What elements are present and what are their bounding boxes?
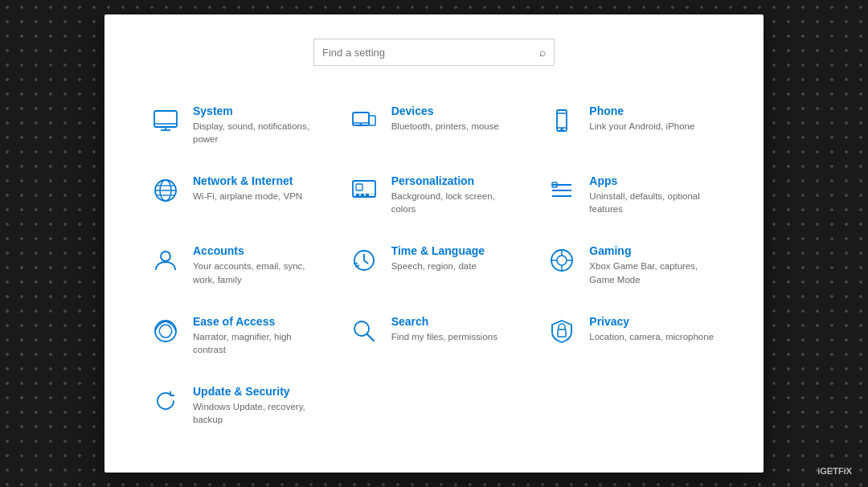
svg-point-27 xyxy=(161,252,170,261)
settings-subtitle-privacy: Location, camera, microphone xyxy=(589,330,714,343)
svg-line-39 xyxy=(367,334,374,341)
settings-title-system: System xyxy=(193,104,322,117)
settings-text-personalization: Personalization Background, lock screen,… xyxy=(391,174,521,215)
settings-subtitle-network: Wi-Fi, airplane mode, VPN xyxy=(193,190,302,203)
settings-window: ⌕ System Display, sound, notifications, … xyxy=(104,14,764,473)
svg-point-37 xyxy=(155,321,176,342)
ease-icon xyxy=(149,315,182,347)
personalization-icon xyxy=(348,174,380,207)
settings-item-ease[interactable]: Ease of Access Narrator, magnifier, high… xyxy=(137,301,335,370)
settings-item-devices[interactable]: Devices Bluetooth, printers, mouse xyxy=(335,90,534,160)
svg-rect-40 xyxy=(558,329,566,337)
settings-title-apps: Apps xyxy=(589,174,719,187)
svg-point-11 xyxy=(561,129,563,130)
settings-subtitle-devices: Bluetooth, printers, mouse xyxy=(391,120,499,133)
settings-text-accounts: Accounts Your accounts, email, sync, wor… xyxy=(193,244,322,285)
settings-subtitle-phone: Link your Android, iPhone xyxy=(589,120,694,133)
settings-grid: System Display, sound, notifications, po… xyxy=(137,90,731,440)
settings-title-privacy: Privacy xyxy=(589,315,714,328)
settings-text-system: System Display, sound, notifications, po… xyxy=(193,104,322,145)
privacy-icon xyxy=(546,315,578,347)
settings-title-update: Update & Security xyxy=(193,385,322,398)
settings-title-phone: Phone xyxy=(589,104,694,117)
settings-text-network: Network & Internet Wi-Fi, airplane mode,… xyxy=(193,174,302,203)
svg-point-7 xyxy=(360,125,362,126)
settings-item-privacy[interactable]: Privacy Location, camera, microphone xyxy=(533,301,731,370)
settings-subtitle-personalization: Background, lock screen, colors xyxy=(391,190,521,215)
svg-rect-0 xyxy=(154,111,177,127)
settings-title-gaming: Gaming xyxy=(589,244,719,257)
settings-title-devices: Devices xyxy=(391,104,499,117)
svg-point-20 xyxy=(361,194,363,197)
settings-title-ease: Ease of Access xyxy=(193,315,322,328)
settings-subtitle-system: Display, sound, notifications, power xyxy=(193,120,322,145)
settings-text-search: Search Find my files, permissions xyxy=(391,315,497,343)
phone-icon xyxy=(546,104,578,137)
search-container: ⌕ xyxy=(137,39,731,66)
settings-item-apps[interactable]: Apps Uninstall, defaults, optional featu… xyxy=(533,160,731,230)
network-icon xyxy=(149,174,182,207)
settings-text-devices: Devices Bluetooth, printers, mouse xyxy=(391,104,499,133)
settings-subtitle-time: Speech, region, date xyxy=(391,260,485,272)
apps-icon xyxy=(546,174,578,207)
settings-text-gaming: Gaming Xbox Game Bar, captures, Game Mod… xyxy=(589,244,719,285)
settings-text-update: Update & Security Windows Update, recove… xyxy=(193,385,322,426)
update-icon xyxy=(149,385,182,417)
settings-title-personalization: Personalization xyxy=(391,174,521,187)
settings-item-accounts[interactable]: Accounts Your accounts, email, sync, wor… xyxy=(137,230,335,300)
settings-title-time: Time & Language xyxy=(391,244,485,257)
settings-title-search: Search xyxy=(391,315,497,328)
svg-point-32 xyxy=(557,256,567,265)
settings-text-ease: Ease of Access Narrator, magnifier, high… xyxy=(193,315,322,356)
settings-subtitle-update: Windows Update, recovery, backup xyxy=(193,400,322,426)
settings-item-network[interactable]: Network & Internet Wi-Fi, airplane mode,… xyxy=(137,160,335,230)
system-icon xyxy=(149,104,182,137)
settings-item-system[interactable]: System Display, sound, notifications, po… xyxy=(137,90,335,160)
search-bar[interactable]: ⌕ xyxy=(313,39,555,66)
settings-subtitle-apps: Uninstall, defaults, optional features xyxy=(589,190,719,215)
settings-subtitle-ease: Narrator, magnifier, high contrast xyxy=(193,330,322,356)
time-icon xyxy=(348,244,380,276)
settings-item-update[interactable]: Update & Security Windows Update, recove… xyxy=(137,370,335,440)
settings-text-privacy: Privacy Location, camera, microphone xyxy=(589,315,714,343)
settings-item-search[interactable]: Search Find my files, permissions xyxy=(335,301,534,370)
svg-point-21 xyxy=(366,194,368,197)
settings-item-gaming[interactable]: Gaming Xbox Game Bar, captures, Game Mod… xyxy=(533,230,731,300)
gaming-icon xyxy=(546,244,578,276)
search-icon: ⌕ xyxy=(539,46,546,59)
settings-item-personalization[interactable]: Personalization Background, lock screen,… xyxy=(335,160,534,230)
svg-rect-5 xyxy=(369,116,375,125)
settings-subtitle-search: Find my files, permissions xyxy=(391,330,497,343)
settings-item-time[interactable]: Time & Language Speech, region, date xyxy=(335,230,534,300)
devices-icon xyxy=(348,104,380,137)
settings-text-phone: Phone Link your Android, iPhone xyxy=(589,104,694,133)
settings-subtitle-gaming: Xbox Game Bar, captures, Game Mode xyxy=(589,260,719,285)
search-input[interactable] xyxy=(322,47,539,59)
search-icon xyxy=(348,315,380,347)
watermark: iGETFiX xyxy=(817,466,852,476)
settings-text-time: Time & Language Speech, region, date xyxy=(391,244,485,272)
settings-text-apps: Apps Uninstall, defaults, optional featu… xyxy=(589,174,719,215)
svg-point-19 xyxy=(356,194,358,197)
svg-rect-22 xyxy=(356,184,362,190)
accounts-icon xyxy=(149,244,182,276)
settings-item-phone[interactable]: Phone Link your Android, iPhone xyxy=(533,90,731,160)
settings-subtitle-accounts: Your accounts, email, sync, work, family xyxy=(193,260,322,285)
settings-title-accounts: Accounts xyxy=(193,244,322,257)
settings-title-network: Network & Internet xyxy=(193,174,302,187)
